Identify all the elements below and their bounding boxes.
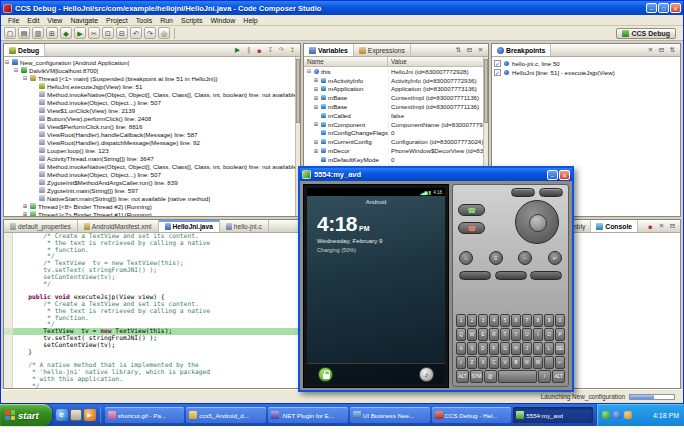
debug-toolbar-icon[interactable]: ↧ — [266, 46, 275, 54]
keyboard-key[interactable]: K — [533, 342, 543, 355]
keyboard-key[interactable]: E — [478, 328, 488, 341]
media-player-icon[interactable]: ▶ — [84, 409, 96, 421]
stack-frame-item[interactable]: ZygoteInit.main(String[]) line: 597 — [4, 186, 295, 194]
keyboard-key[interactable]: 4 — [489, 314, 499, 327]
stack-frame-item[interactable]: ⊟ New_configuration [Android Application… — [4, 58, 295, 66]
editor-gutter[interactable] — [4, 260, 13, 267]
stack-frame-item[interactable]: Looper.loop() line: 123 — [4, 146, 295, 154]
console-toolbar-icon[interactable]: ⊟ — [668, 222, 677, 230]
debug-toolbar-icon[interactable]: ▶ — [233, 46, 242, 54]
variable-row[interactable]: mCalled false — [304, 111, 483, 120]
keyboard-key[interactable]: P — [555, 328, 565, 341]
toolbar-icon[interactable]: ▢ — [4, 27, 16, 39]
keyboard-key[interactable]: W — [467, 328, 477, 341]
keyboard-key[interactable]: J — [522, 342, 532, 355]
stack-frame-item[interactable]: NativeStart.main(String[]) line: not ava… — [4, 194, 295, 202]
menu-item[interactable]: Edit — [23, 17, 43, 24]
variable-row[interactable]: ⊞ mDecor PhoneWindow$DecorView (id=83000… — [304, 146, 483, 155]
expand-arrow-icon[interactable]: ⊞ — [313, 86, 319, 92]
taskbar-task-button[interactable]: UI Business Nee... — [350, 407, 430, 423]
taskbar-task-button[interactable]: ccs5_Android_d... — [186, 407, 266, 423]
keyboard-key[interactable]: I — [533, 328, 543, 341]
toolbar-icon[interactable]: ↷ — [144, 27, 156, 39]
keyboard-key[interactable]: Y — [511, 328, 521, 341]
stack-frame-item[interactable]: Method.invoke(Object, Object...) line: 5… — [4, 170, 295, 178]
variable-row[interactable]: ⊞ mBase ContextImpl (id=830007771136) — [304, 93, 483, 102]
taskbar-task-button[interactable]: .NET Plugin for E... — [268, 407, 348, 423]
stack-frame-item[interactable]: Method.invokeNative(Object, Object[], Cl… — [4, 90, 295, 98]
editor-gutter[interactable] — [4, 308, 13, 315]
editor-gutter[interactable] — [4, 294, 13, 301]
editor-gutter[interactable] — [4, 383, 13, 388]
stack-frame-item[interactable]: ViewRoot(Handler).dispatchMessage(Messag… — [4, 138, 295, 146]
keyboard-key[interactable]: Q — [456, 328, 466, 341]
toolbar-icon[interactable]: ◆ — [60, 27, 72, 39]
show-desktop-icon[interactable] — [70, 409, 82, 421]
menu-item[interactable]: Window — [206, 17, 239, 24]
keyboard-key[interactable]: R — [489, 328, 499, 341]
keyboard-key[interactable]: @ — [484, 370, 497, 383]
keyboard-key[interactable]: A — [456, 342, 466, 355]
softkey-button[interactable]: ↵ — [548, 251, 562, 265]
debug-toolbar-icon[interactable]: ■ — [255, 47, 264, 54]
taskbar-task-button[interactable]: 5554:my_avd — [513, 407, 593, 423]
variable-row[interactable]: ⊞ mComponent ComponentName (id=830007779… — [304, 120, 483, 129]
toolbar-icon[interactable]: ▶ — [74, 27, 86, 39]
keyboard-key[interactable]: DEL — [555, 342, 565, 355]
expand-arrow-icon[interactable]: ⊞ — [313, 77, 319, 83]
variable-row[interactable]: mConfigChangeFlags 0 — [304, 129, 483, 138]
editor-gutter[interactable] — [4, 247, 13, 254]
tray-volume-icon[interactable] — [624, 411, 632, 419]
keyboard-key[interactable]: ALT — [456, 370, 469, 383]
view-tab[interactable]: Expressions — [354, 44, 411, 56]
editor-gutter[interactable] — [4, 342, 13, 349]
toolbar-icon[interactable]: ▤ — [18, 27, 30, 39]
keyboard-key[interactable]: 9 — [544, 314, 554, 327]
editor-tab[interactable]: AndroidManifest.xml — [78, 220, 159, 232]
stack-frame-item[interactable]: View$PerformClick.run() line: 8816 — [4, 122, 295, 130]
column-value[interactable]: Value — [388, 57, 488, 66]
stack-frame-item[interactable]: ⊟ Thread [<1> main] (Suspended (breakpoi… — [4, 74, 295, 82]
stack-frame-item[interactable]: ActivityThread.main(String[]) line: 3647 — [4, 154, 295, 162]
breakpoint-checkbox[interactable]: ✓ — [494, 60, 501, 67]
keyboard-key[interactable]: 0 — [555, 314, 565, 327]
back-button[interactable] — [530, 271, 562, 280]
column-name[interactable]: Name — [304, 57, 388, 66]
variable-row[interactable]: ⊞ mActivityInfo ActivityInfo (id=8300077… — [304, 76, 483, 85]
keyboard-key[interactable]: . — [544, 356, 554, 369]
toolbar-icon[interactable]: ↶ — [130, 27, 142, 39]
keyboard-key[interactable]: 3 — [478, 314, 488, 327]
softkey-button[interactable]: ≡ — [489, 251, 503, 265]
maximize-button[interactable]: □ — [658, 3, 669, 13]
debug-toolbar-icon[interactable]: ↥ — [288, 46, 297, 54]
breakpoints-toolbar-icon[interactable]: ✕ — [646, 46, 655, 54]
variables-toolbar-icon[interactable]: ⇅ — [454, 46, 463, 54]
expand-arrow-icon[interactable]: ⊞ — [313, 95, 319, 101]
breakpoints-toolbar-icon[interactable]: ⇅ — [668, 46, 677, 54]
dpad-control[interactable] — [515, 200, 559, 244]
keyboard-key[interactable]: B — [511, 356, 521, 369]
tree-twisty-icon[interactable]: ⊞ — [22, 211, 28, 216]
editor-gutter[interactable] — [4, 362, 13, 369]
expand-arrow-icon[interactable]: ⊞ — [313, 148, 319, 154]
editor-gutter[interactable] — [4, 335, 13, 342]
keyboard-key[interactable]: D — [478, 342, 488, 355]
keyboard-key[interactable]: F — [489, 342, 499, 355]
home-button[interactable] — [459, 271, 491, 280]
menu-item[interactable]: Navigate — [66, 17, 102, 24]
variables-toolbar-icon[interactable]: ⊟ — [465, 46, 474, 54]
stack-frame-item[interactable]: HelloJni.executeJsjp(View) line: 51 — [4, 82, 295, 90]
keyboard-key[interactable]: M — [533, 356, 543, 369]
console-toolbar-icon[interactable]: ✕ — [657, 222, 666, 230]
editor-tab[interactable]: default_properties — [4, 220, 78, 232]
taskbar-task-button[interactable]: CCS Debug - Hel... — [432, 407, 512, 423]
menu-item[interactable]: Help — [239, 17, 261, 24]
keyboard-key[interactable]: S — [467, 342, 477, 355]
editor-gutter[interactable] — [4, 301, 13, 308]
minimize-button[interactable]: – — [646, 3, 657, 13]
breakpoint-row[interactable]: ✓ hello-jni.c, line 50 — [492, 59, 675, 68]
keyboard-key[interactable]: G — [500, 342, 510, 355]
tree-twisty-icon[interactable]: ⊟ — [22, 75, 28, 81]
keyboard-key[interactable]: C — [489, 356, 499, 369]
ide-titlebar[interactable]: CCS Debug - HelloJni/src/com/example/hel… — [1, 1, 683, 15]
